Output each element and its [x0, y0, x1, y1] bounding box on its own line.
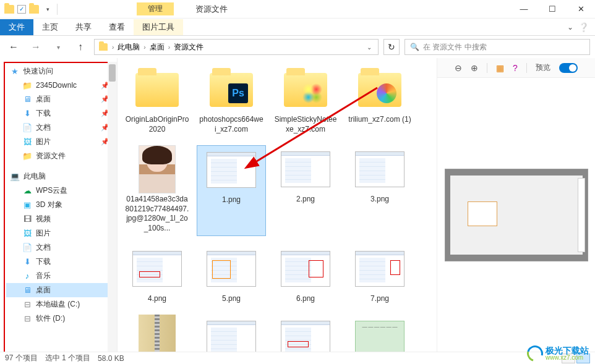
file-thumbnail: [355, 68, 405, 111]
file-item[interactable]: 7.png: [345, 245, 414, 307]
sidebar-item-desktop[interactable]: 🖥桌面: [6, 283, 116, 297]
watermark: 极光下载站 www.xz7.com: [527, 345, 589, 362]
tab-view[interactable]: 查看: [100, 19, 134, 35]
help-icon[interactable]: ❔: [578, 22, 589, 32]
file-item[interactable]: ––– ––– ––– ––– ––– –––: [345, 315, 414, 352]
sidebar-item[interactable]: 📁资源文件: [6, 149, 116, 163]
sidebar-item[interactable]: ⊟本地磁盘 (C:): [6, 297, 116, 311]
file-label: 2.png: [273, 195, 338, 205]
back-button[interactable]: ←: [5, 38, 22, 56]
tab-home[interactable]: 主页: [33, 19, 67, 35]
folder-icon: 📁: [22, 151, 32, 161]
breadcrumb-seg[interactable]: 桌面: [150, 42, 165, 53]
sidebar-item[interactable]: 🖥桌面📌: [6, 92, 116, 106]
file-item[interactable]: 6.png: [271, 245, 340, 307]
grid-icon[interactable]: ▦: [496, 63, 504, 73]
help-icon[interactable]: ?: [513, 63, 518, 73]
folder-icon: [4, 4, 15, 15]
recent-dropdown-icon[interactable]: ▾: [49, 38, 67, 56]
disk-icon: ⊟: [22, 300, 32, 310]
breadcrumb-seg[interactable]: 此电脑: [118, 42, 140, 53]
folder-icon: [28, 4, 40, 15]
preview-image: [445, 169, 588, 261]
file-view[interactable]: OriginLabOriginPro2020Psphotoshopcs664we…: [118, 58, 437, 352]
chevron-right-icon[interactable]: ›: [112, 44, 114, 51]
sidebar-label: 桌面: [36, 285, 51, 295]
maximize-button[interactable]: ☐: [538, 0, 567, 19]
preview-toolbar: ⊖ ⊕ ▦ ? 预览: [437, 58, 595, 78]
download-icon: ⬇: [22, 109, 32, 119]
picture-icon: 🖼: [22, 229, 32, 239]
file-item[interactable]: [271, 315, 340, 352]
qat-dropdown-icon[interactable]: ▾: [42, 4, 53, 15]
file-thumbnail: [132, 317, 182, 352]
sidebar-label: 2345Downlc: [36, 81, 77, 90]
search-placeholder: 在 资源文件 中搜索: [423, 42, 487, 53]
ribbon-collapse-icon[interactable]: ⌄: [567, 23, 573, 32]
prop-checkbox-icon[interactable]: ✓: [17, 5, 26, 14]
sidebar-item[interactable]: 🎞视频: [6, 212, 116, 226]
chevron-right-icon[interactable]: ›: [168, 44, 170, 51]
minimize-button[interactable]: —: [510, 0, 538, 19]
file-item[interactable]: 2.png: [271, 145, 340, 235]
file-thumbnail: [355, 148, 405, 191]
file-thumbnail: [207, 148, 256, 192]
sidebar-item[interactable]: 🖼图片📌: [6, 135, 116, 149]
refresh-button[interactable]: ↻: [383, 39, 400, 55]
tab-share[interactable]: 共享: [67, 19, 100, 35]
nav-sidebar[interactable]: ★ 快速访问 📁2345Downlc📌 🖥桌面📌 ⬇下载📌 📄文档📌 🖼图片📌 …: [0, 58, 118, 352]
file-item[interactable]: OriginLabOriginPro2020: [122, 66, 192, 137]
file-item[interactable]: 1.png: [197, 145, 266, 235]
sidebar-item[interactable]: ☁WPS云盘: [6, 184, 116, 198]
file-thumbnail: [281, 317, 330, 352]
sidebar-item[interactable]: ♪音乐: [6, 269, 116, 283]
file-label: photoshopcs664wei_xz7.com: [199, 115, 263, 134]
sidebar-this-pc[interactable]: 💻此电脑: [6, 169, 116, 184]
tab-file[interactable]: 文件: [0, 19, 33, 35]
zoom-out-button[interactable]: ⊖: [455, 63, 462, 73]
sidebar-label: 下载: [36, 256, 51, 267]
file-item[interactable]: 01a41458ae3c3da801219c77484497.jpg@1280w…: [122, 145, 192, 235]
address-dropdown-icon[interactable]: ⌄: [364, 44, 374, 51]
status-selection: 选中 1 个项目: [45, 353, 90, 363]
address-bar[interactable]: › 此电脑 › 桌面 › 资源文件 ⌄: [94, 39, 379, 55]
sidebar-item[interactable]: ⊟软件 (D:): [6, 311, 116, 326]
scrollbar[interactable]: [108, 62, 117, 352]
tab-picture-tools[interactable]: 图片工具: [134, 19, 183, 35]
file-item[interactable]: SimpleStickyNoteexe_xz7.com: [271, 66, 340, 137]
sidebar-item[interactable]: ⬇下载📌: [6, 106, 116, 121]
preview-toggle[interactable]: [559, 63, 578, 73]
sidebar-item[interactable]: 📄文档: [6, 240, 116, 255]
sidebar-label: 快速访问: [24, 66, 53, 77]
up-button[interactable]: ↑: [72, 38, 89, 56]
close-button[interactable]: ✕: [567, 0, 595, 19]
star-icon: ★: [10, 67, 20, 77]
file-item[interactable]: 4.png: [122, 245, 192, 307]
sidebar-label: 本地磁盘 (C:): [36, 299, 80, 310]
sidebar-item[interactable]: 📁2345Downlc📌: [6, 78, 116, 92]
forward-button[interactable]: →: [27, 38, 45, 56]
breadcrumb-seg[interactable]: 资源文件: [174, 42, 203, 53]
file-item[interactable]: 5.png: [197, 245, 266, 307]
sidebar-item[interactable]: ⬇下载: [6, 255, 116, 269]
file-thumbnail: [281, 148, 330, 191]
sidebar-quick-access[interactable]: ★ 快速访问: [6, 64, 116, 78]
chevron-right-icon[interactable]: ›: [143, 44, 145, 51]
sidebar-label: 图片: [36, 137, 51, 147]
sidebar-item[interactable]: ▣3D 对象: [6, 198, 116, 212]
preview-label: 预览: [536, 62, 550, 73]
sidebar-item[interactable]: 🖼图片: [6, 226, 116, 240]
file-item[interactable]: [122, 315, 192, 352]
zoom-in-button[interactable]: ⊕: [471, 63, 478, 73]
file-label: 1.png: [200, 195, 263, 205]
file-item[interactable]: 3.png: [345, 145, 414, 235]
file-thumbnail: [132, 247, 182, 290]
file-item[interactable]: Psphotoshopcs664wei_xz7.com: [197, 66, 266, 137]
file-label: 01a41458ae3c3da801219c77484497.jpg@1280w…: [125, 195, 189, 233]
search-input[interactable]: 🔍 在 资源文件 中搜索: [405, 39, 590, 55]
sidebar-item[interactable]: 📄文档📌: [6, 121, 116, 135]
sidebar-label: 下载: [36, 108, 51, 119]
file-item[interactable]: [197, 315, 266, 352]
file-item[interactable]: trilium_xz7.com (1): [345, 66, 414, 137]
search-icon: 🔍: [410, 43, 419, 51]
